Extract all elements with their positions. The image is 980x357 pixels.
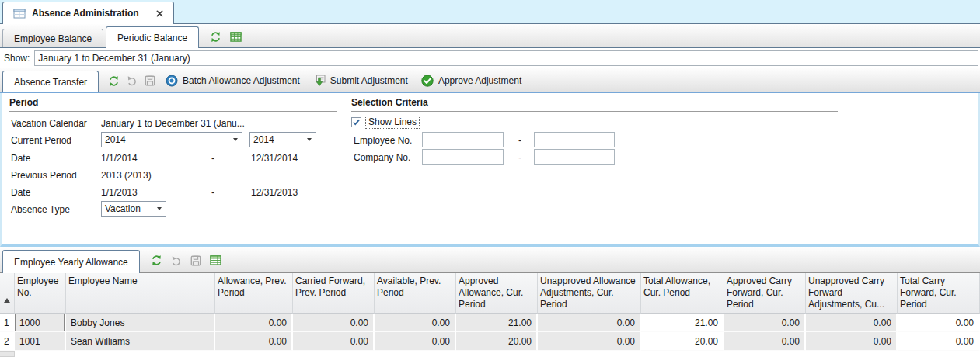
table-view-icon[interactable] <box>210 255 221 265</box>
table-row: 11000Bobby Jones0.000.000.0021.000.0021.… <box>0 314 980 332</box>
period-group-heading: Period <box>9 97 337 112</box>
date-previous-from: 1/1/2013 <box>101 185 138 199</box>
tab-employee-balance[interactable]: Employee Balance <box>2 29 103 47</box>
column-header-total-allowance-cur-period[interactable]: Total Allowance, Cur. Period <box>641 273 724 314</box>
table-cell[interactable]: 0.00 <box>375 314 456 332</box>
table-cell[interactable]: 0.00 <box>898 314 980 332</box>
combo-value: Vacation <box>105 203 141 214</box>
undo-icon[interactable] <box>171 255 182 266</box>
table-cell[interactable]: Bobby Jones <box>66 314 215 332</box>
row-selector-header[interactable] <box>0 273 15 314</box>
table-cell[interactable]: 0.00 <box>375 332 456 351</box>
date-previous-label: Date <box>11 185 30 199</box>
company-no-from-input[interactable] <box>422 149 504 165</box>
table-cell[interactable]: 0.00 <box>215 332 293 351</box>
absence-type-select[interactable]: Vacation <box>101 201 166 217</box>
button-label: Batch Allowance Adjustment <box>183 75 300 86</box>
chevron-down-icon <box>307 138 312 141</box>
show-filter-bar: Show: January 1 to December 31 (January) <box>0 48 980 68</box>
tab-absence-transfer[interactable]: Absence Transfer <box>2 71 99 92</box>
table-cell[interactable]: 0.00 <box>898 332 980 351</box>
row-number[interactable]: 2 <box>0 332 15 351</box>
refresh-icon[interactable] <box>151 255 162 266</box>
show-label: Show: <box>4 53 30 64</box>
show-filter-field[interactable]: January 1 to December 31 (January) <box>34 50 978 66</box>
employee-no-from-input[interactable] <box>422 132 504 147</box>
content-panel: Period Vacation Calendar January 1 to De… <box>0 93 980 247</box>
table-cell[interactable]: 20.00 <box>641 332 724 351</box>
table-cell[interactable]: 1000 <box>15 314 66 332</box>
column-header-unapproved-carry-forward-adjustments-cu[interactable]: Unapproved Carry Forward Adjustments, Cu… <box>806 273 898 314</box>
table-cell[interactable]: 0.00 <box>293 332 375 351</box>
tab-employee-yearly-allowance[interactable]: Employee Yearly Allowance <box>2 250 140 273</box>
refresh-icon[interactable] <box>108 75 120 87</box>
combo-value: 2014 <box>105 134 126 145</box>
tab-label: Periodic Balance <box>117 33 187 43</box>
table-view-icon[interactable] <box>230 32 242 42</box>
company-no-to-input[interactable] <box>534 149 615 165</box>
previous-period-label: Previous Period <box>11 168 77 182</box>
table-cell[interactable]: 0.00 <box>293 314 375 332</box>
previous-period-value: 2013 (2013) <box>101 168 152 182</box>
table-cell[interactable]: Sean Williams <box>66 332 215 351</box>
save-icon[interactable] <box>145 75 155 86</box>
column-header-approved-carry-forward-cur-period[interactable]: Approved Carry Forward, Cur. Period <box>724 273 806 314</box>
save-icon[interactable] <box>190 255 201 266</box>
column-header-total-carry-forward-cur-period[interactable]: Total Carry Forward, Cur. Period <box>898 273 980 314</box>
undo-icon[interactable] <box>127 75 138 86</box>
employee-no-to-input[interactable] <box>534 132 615 147</box>
approve-check-icon <box>421 75 434 87</box>
column-header-employee-name[interactable]: Employee Name <box>66 273 215 314</box>
column-header-allowance-prev-period[interactable]: Allowance, Prev. Period <box>215 273 293 314</box>
table-cell[interactable]: 1001 <box>15 332 66 351</box>
table-cell[interactable]: 21.00 <box>456 314 538 332</box>
table-cell[interactable]: 0.00 <box>538 332 641 351</box>
submit-adjustment-button[interactable]: Submit Adjustment <box>310 74 411 88</box>
table-row: 21001Sean Williams0.000.000.0020.000.002… <box>0 332 980 351</box>
table-cell[interactable]: 20.00 <box>456 332 538 351</box>
table-cell[interactable]: 0.00 <box>806 314 898 332</box>
employee-no-separator: - <box>518 133 521 147</box>
vacation-calendar-label: Vacation Calendar <box>11 116 87 130</box>
show-lines-option[interactable]: Show Lines <box>351 116 420 129</box>
show-filter-value: January 1 to December 31 (January) <box>38 53 190 64</box>
refresh-icon[interactable] <box>210 31 221 43</box>
company-no-label: Company No. <box>354 151 410 165</box>
column-header-approved-allowance-cur-period[interactable]: Approved Allowance, Cur. Period <box>456 273 538 314</box>
current-period-select-1[interactable]: 2014 <box>101 132 242 147</box>
window-tab-title: Absence Administration <box>32 8 139 19</box>
employee-yearly-allowance-table: Employee No.Employee NameAllowance, Prev… <box>0 273 980 351</box>
window-tab-absence-administration[interactable]: Absence Administration <box>2 2 174 24</box>
chevron-down-icon <box>157 207 162 210</box>
table-cell[interactable]: 0.00 <box>724 332 806 351</box>
column-header-carried-forward-prev-period[interactable]: Carried Forward, Prev. Period <box>293 273 375 314</box>
date-current-from: 1/1/2014 <box>101 151 138 165</box>
column-header-employee-no[interactable]: Employee No. <box>15 273 66 314</box>
table-cell[interactable]: 21.00 <box>641 314 724 332</box>
tab-label: Employee Balance <box>14 33 92 44</box>
batch-allowance-adjustment-button[interactable]: Batch Allowance Adjustment <box>162 74 303 88</box>
table-cell[interactable]: 0.00 <box>806 332 898 351</box>
tab-label: Absence Transfer <box>14 77 87 88</box>
table-cell[interactable]: 0.00 <box>724 314 806 332</box>
tab-periodic-balance[interactable]: Periodic Balance <box>106 26 199 48</box>
show-lines-checkbox[interactable] <box>351 117 361 127</box>
submit-arrow-icon <box>313 75 326 87</box>
table-cell[interactable]: 0.00 <box>538 314 641 332</box>
sort-ascending-icon <box>4 287 10 303</box>
new-row-stub[interactable] <box>0 351 15 357</box>
button-label: Submit Adjustment <box>330 75 408 86</box>
approve-adjustment-button[interactable]: Approve Adjustment <box>418 74 525 88</box>
table-cell[interactable]: 0.00 <box>215 314 293 332</box>
absence-type-label: Absence Type <box>11 203 70 217</box>
table-header-row: Employee No.Employee NameAllowance, Prev… <box>0 273 980 314</box>
date-current-separator: - <box>211 151 214 165</box>
column-header-unapproved-allowance-adjustments-cur-period[interactable]: Unapproved Allowance Adjustments, Cur. P… <box>538 273 641 314</box>
column-header-available-prev-period[interactable]: Available, Prev. Period <box>375 273 456 314</box>
row-number[interactable]: 1 <box>0 314 15 332</box>
batch-adjustment-icon <box>166 75 178 87</box>
date-current-to: 12/31/2014 <box>251 151 298 165</box>
selection-criteria-group-heading: Selection Criteria <box>351 97 838 112</box>
close-icon[interactable] <box>156 10 163 17</box>
current-period-select-2[interactable]: 2014 <box>249 132 316 147</box>
